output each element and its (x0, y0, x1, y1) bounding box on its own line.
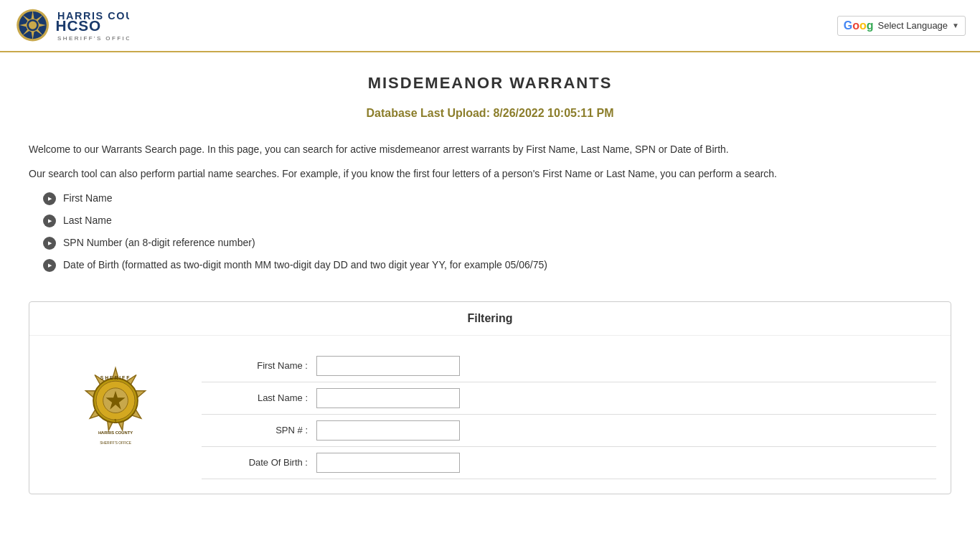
description-section: Welcome to our Warrants Search page. In … (29, 141, 951, 273)
svg-text:HCSO: HCSO (56, 17, 101, 34)
description-paragraph-2: Our search tool can also perform partial… (29, 166, 951, 182)
form-label: Date Of Birth : (202, 457, 316, 468)
form-label: SPN # : (202, 425, 316, 435)
form-row: SPN # : (202, 415, 936, 447)
sheriff-badge-icon: 1 SHERIFF HARRIS COUNTY SHERIFF'S OFFICE (69, 364, 162, 465)
select-language-label: Select Language (878, 20, 948, 31)
last-name-input[interactable] (316, 388, 460, 408)
bullet-list-item: First Name (43, 191, 951, 206)
bullet-arrow-icon (43, 192, 56, 205)
svg-text:SHERIFF'S  OFFICE: SHERIFF'S OFFICE (57, 35, 129, 42)
site-header: HARRIS COUNTY HCSO SHERIFF'S OFFICE Goog… (0, 0, 980, 52)
svg-text:HARRIS COUNTY: HARRIS COUNTY (98, 430, 133, 434)
form-label: Last Name : (202, 392, 316, 403)
form-row: First Name : (202, 350, 936, 382)
google-translate-widget[interactable]: Goog Select Language ▼ (837, 16, 966, 36)
bullet-arrow-icon (43, 259, 56, 272)
logo-area: HARRIS COUNTY HCSO SHERIFF'S OFFICE (14, 6, 129, 45)
bullet-list-item: Last Name (43, 213, 951, 228)
bullet-arrow-icon (43, 237, 56, 250)
svg-text:1: 1 (114, 418, 118, 425)
search-criteria-list: First NameLast NameSPN Number (an 8-digi… (43, 191, 951, 273)
dropdown-arrow-icon: ▼ (952, 22, 959, 29)
bullet-item-text: Date of Birth (formatted as two-digit mo… (63, 258, 547, 273)
filtering-body: 1 SHERIFF HARRIS COUNTY SHERIFF'S OFFICE… (29, 336, 951, 494)
first-name-input[interactable] (316, 356, 460, 376)
svg-text:SHERIFF: SHERIFF (100, 375, 131, 380)
dob-input[interactable] (316, 453, 460, 473)
db-upload-timestamp: Database Last Upload: 8/26/2022 10:05:11… (29, 107, 951, 120)
page-title: MISDEMEANOR WARRANTS (29, 74, 951, 93)
spn-input[interactable] (316, 420, 460, 441)
google-icon: Goog (844, 19, 874, 32)
bullet-item-text: First Name (63, 191, 112, 206)
bullet-list-item: SPN Number (an 8-digit reference number) (43, 235, 951, 250)
description-paragraph-1: Welcome to our Warrants Search page. In … (29, 141, 951, 157)
form-row: Last Name : (202, 382, 936, 415)
form-label: First Name : (202, 360, 316, 371)
svg-point-4 (29, 22, 37, 29)
filtering-container: Filtering 1 SHERIFF (29, 301, 951, 494)
main-content: MISDEMEANOR WARRANTS Database Last Uploa… (0, 52, 980, 516)
form-row: Date Of Birth : (202, 447, 936, 479)
bullet-arrow-icon (43, 215, 56, 227)
svg-text:SHERIFF'S OFFICE: SHERIFF'S OFFICE (100, 441, 131, 445)
hcso-logo: HARRIS COUNTY HCSO SHERIFF'S OFFICE (14, 6, 129, 45)
bullet-list-item: Date of Birth (formatted as two-digit mo… (43, 258, 951, 273)
filtering-header: Filtering (29, 302, 951, 336)
bullet-item-text: Last Name (63, 213, 112, 228)
bullet-item-text: SPN Number (an 8-digit reference number) (63, 235, 255, 250)
sheriff-badge-area: 1 SHERIFF HARRIS COUNTY SHERIFF'S OFFICE (44, 350, 187, 465)
filtering-form: First Name :Last Name :SPN # :Date Of Bi… (187, 350, 936, 479)
